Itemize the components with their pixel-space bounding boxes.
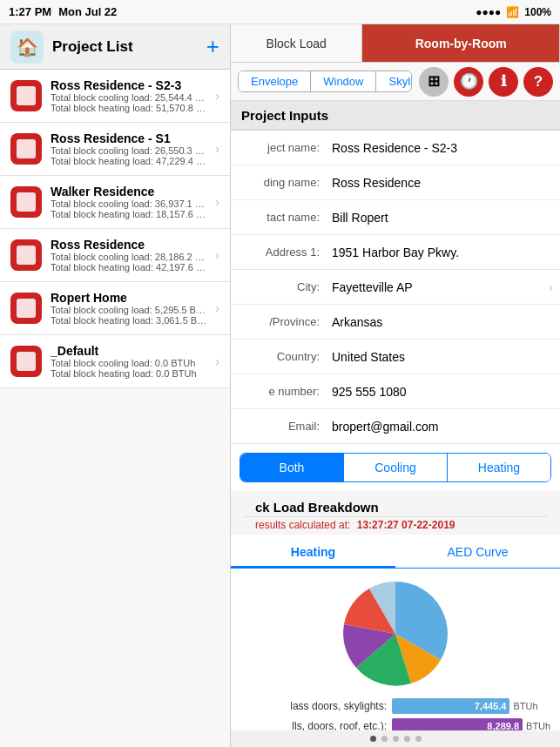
wifi-icon: 📶 — [506, 6, 519, 18]
form-row-phone: e number: 925 555 1080 — [231, 374, 560, 409]
chevron-right-icon: › — [215, 248, 219, 262]
chevron-right-icon: › — [215, 354, 219, 368]
project-info-1: Ross Residence - S1 Total block cooling … — [51, 131, 210, 166]
sidebar: 🏠 Project List + Ross Residence - S2-3 T… — [0, 24, 231, 747]
sub-tab-row: Envelope Window Skylight ⊞ 🕐 ℹ ? — [231, 63, 560, 101]
main-panel: Block Load Room-by-Room Envelope Window … — [231, 24, 560, 747]
project-icon-3 — [10, 239, 42, 271]
mode-tab-heating[interactable]: Heating — [448, 454, 550, 481]
pie-chart-area — [231, 569, 560, 694]
pie-chart — [334, 577, 456, 690]
form-row-province: /Province: Arkansas — [231, 305, 560, 340]
page-dots — [231, 730, 560, 747]
project-info-0: Ross Residence - S2-3 Total block coolin… — [51, 78, 210, 113]
app-icon: 🏠 — [10, 30, 44, 64]
form-row-address1: Address 1: 1951 Harbor Bay Pkwy. — [231, 235, 560, 270]
heat-aed-tab-group: Heating AED Curve — [231, 538, 560, 569]
mode-tab-both[interactable]: Both — [240, 454, 344, 481]
project-info-2: Walker Residence Total block cooling loa… — [51, 185, 210, 219]
project-item-4[interactable]: Ropert Home Total block cooling load: 5,… — [0, 282, 230, 335]
project-item-1[interactable]: Ross Residence - S1 Total block cooling … — [0, 123, 230, 176]
dot-1 — [381, 736, 388, 742]
form-row-email: Email: bropert@gmail.com — [231, 409, 560, 444]
tab-block-load[interactable]: Block Load — [231, 24, 362, 62]
sidebar-title: Project List — [52, 38, 133, 56]
clock-icon[interactable]: 🕐 — [454, 67, 483, 97]
project-item-3[interactable]: Ross Residence Total block cooling load:… — [0, 229, 230, 282]
main-tab-bar: Block Load Room-by-Room — [231, 24, 560, 63]
tab-heating[interactable]: Heating — [231, 538, 395, 568]
info-icon[interactable]: ℹ — [489, 67, 518, 97]
tab-skylight[interactable]: Skylight — [376, 71, 412, 91]
tool-icons: ⊞ 🕐 ℹ ? — [419, 67, 553, 97]
tab-envelope[interactable]: Envelope — [239, 71, 311, 91]
dot-0 — [370, 736, 376, 742]
project-info-3: Ross Residence Total block cooling load:… — [51, 238, 210, 273]
project-item-2[interactable]: Walker Residence Total block cooling loa… — [0, 176, 230, 229]
project-icon-1 — [10, 133, 42, 165]
breakdown-timestamp: results calculated at: 13:27:27 07-22-20… — [243, 517, 548, 535]
help-icon[interactable]: ? — [523, 67, 553, 97]
project-item-5[interactable]: _Default Total block cooling load: 0.0 B… — [0, 335, 230, 388]
tab-room-by-room[interactable]: Room-by-Room — [362, 24, 560, 62]
project-item-0[interactable]: Ross Residence - S2-3 Total block coolin… — [0, 70, 230, 123]
form-row-project-name: ject name: Ross Residence - S2-3 — [231, 131, 560, 165]
project-icon-2 — [10, 186, 42, 218]
sidebar-header-left: 🏠 Project List — [10, 30, 133, 64]
dot-3 — [404, 736, 410, 742]
status-day: Mon Jul 22 — [58, 5, 117, 18]
form-row-building-name: ding name: Ross Residence — [231, 165, 560, 200]
mode-tab-group: Both Cooling Heating — [240, 453, 551, 482]
breakdown-title: ck Load Breakdown — [243, 495, 548, 517]
data-row-0: lass doors, skylights: 7,445.4 BTUh — [240, 697, 551, 715]
mode-tab-cooling[interactable]: Cooling — [344, 454, 448, 481]
add-project-button[interactable]: + — [206, 33, 219, 60]
status-right: ●●●● 📶 100% — [476, 6, 551, 18]
project-info-5: _Default Total block cooling load: 0.0 B… — [51, 344, 210, 379]
sub-tab-group: Envelope Window Skylight — [238, 71, 412, 92]
status-time: 1:27 PM — [9, 5, 51, 18]
signal-icon: ●●●● — [476, 6, 501, 18]
chevron-right-icon: › — [215, 89, 219, 103]
breakdown-header: ck Load Breakdown results calculated at:… — [231, 491, 560, 535]
form-row-city: City: Fayetteville AP › — [231, 270, 560, 305]
dot-4 — [415, 736, 422, 742]
tab-aed-curve[interactable]: AED Curve — [395, 538, 560, 568]
chevron-right-icon: › — [215, 301, 219, 315]
bar-0: 7,445.4 — [392, 698, 509, 714]
project-info-4: Ropert Home Total block cooling load: 5,… — [51, 291, 210, 326]
tab-window[interactable]: Window — [311, 71, 376, 91]
bar-wrap-0: 7,445.4 BTUh — [392, 697, 551, 715]
status-bar: 1:27 PM Mon Jul 22 ●●●● 📶 100% — [0, 0, 560, 24]
dot-2 — [393, 736, 399, 742]
form-fields: ject name: Ross Residence - S2-3 ding na… — [231, 131, 560, 444]
project-icon-4 — [10, 293, 42, 324]
city-chevron-icon: › — [549, 280, 560, 294]
chevron-right-icon: › — [215, 195, 219, 209]
sidebar-header: 🏠 Project List + — [0, 24, 230, 70]
project-icon-5 — [10, 346, 42, 377]
battery-icon: 100% — [524, 6, 551, 18]
chevron-right-icon: › — [215, 142, 219, 156]
form-row-country: Country: United States — [231, 340, 560, 374]
calculator-icon[interactable]: ⊞ — [419, 67, 449, 97]
form-row-contact-name: tact name: Bill Ropert — [231, 200, 560, 235]
project-inputs-title: Project Inputs — [231, 101, 560, 131]
project-icon-0 — [10, 80, 42, 111]
